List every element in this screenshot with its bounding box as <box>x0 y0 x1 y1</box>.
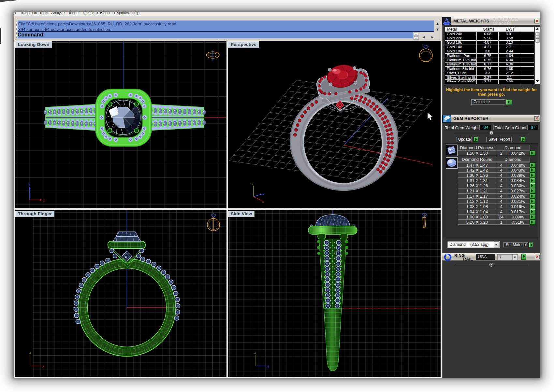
svg-text:z: z <box>29 350 31 354</box>
svg-text:x: x <box>42 364 44 368</box>
svg-text:x: x <box>43 198 45 202</box>
svg-text:z: z <box>252 182 254 186</box>
svg-text:z: z <box>254 350 256 354</box>
svg-text:x: x <box>262 200 264 203</box>
svg-text:y: y <box>28 182 30 186</box>
svg-text:y: y <box>267 364 269 368</box>
svg-text:y: y <box>263 191 265 195</box>
